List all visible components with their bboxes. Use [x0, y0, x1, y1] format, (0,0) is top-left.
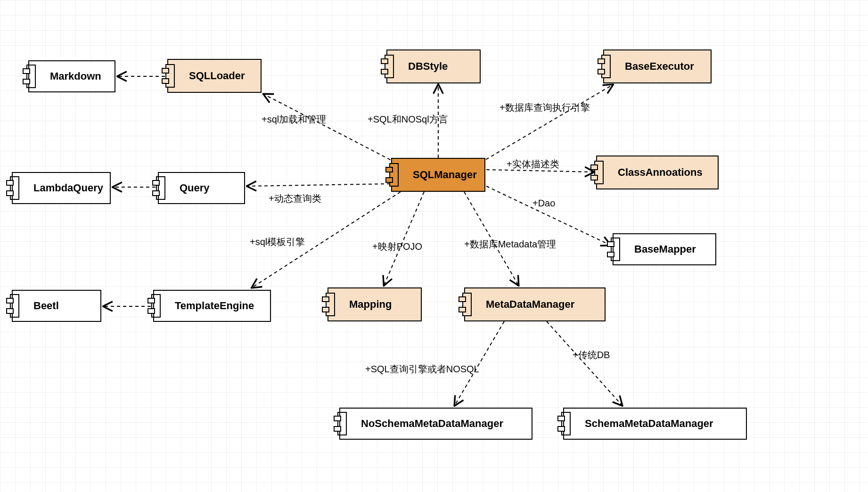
edge-label: +映射POJO [372, 240, 422, 253]
node-label: SchemaMetaDataManager [585, 418, 713, 430]
component-icon [459, 293, 472, 316]
edge-label: +sql模板引擎 [250, 236, 305, 248]
node-sqlloader[interactable]: SQLLoader [167, 59, 262, 93]
node-beetl[interactable]: Beetl [12, 290, 101, 322]
component-icon [607, 238, 620, 261]
node-label: DBStyle [408, 60, 448, 73]
node-dbstyle[interactable]: DBStyle [386, 49, 481, 83]
edge-label: +Dao [532, 198, 555, 209]
component-icon [147, 294, 161, 318]
edge-label: +sql加载和管理 [262, 113, 326, 126]
node-lambdaquery[interactable]: LambdaQuery [12, 172, 111, 204]
component-icon [598, 55, 611, 78]
edge-label: +数据库查询执行引擎 [500, 101, 590, 114]
node-label: Markdown [50, 70, 101, 82]
node-metadatamanager[interactable]: MetaDataManager [464, 287, 606, 321]
node-label: Mapping [349, 298, 392, 311]
node-sqlmanager[interactable]: SQLManager [391, 158, 485, 192]
component-icon [6, 294, 19, 318]
node-label: Query [180, 182, 210, 194]
node-label: ClassAnnoations [618, 166, 703, 179]
edge-label: +动态查询类 [269, 192, 321, 205]
node-label: Beetl [33, 300, 59, 312]
node-label: MetaDataManager [486, 298, 574, 311]
node-noschemamdm[interactable]: NoSchemaMetaDataManager [339, 408, 532, 440]
component-icon [381, 55, 394, 78]
node-label: SQLManager [413, 169, 477, 181]
node-basemapper[interactable]: BaseMapper [613, 233, 716, 265]
node-markdown[interactable]: Markdown [28, 60, 115, 92]
component-icon [23, 65, 36, 88]
edge-label: +传统DB [573, 349, 610, 361]
node-templateengine[interactable]: TemplateEngine [153, 290, 271, 322]
component-icon [385, 163, 399, 187]
component-icon [322, 293, 335, 316]
node-query[interactable]: Query [158, 172, 245, 204]
node-label: NoSchemaMetaDataManager [361, 418, 503, 430]
edge-label: +SQL查询引擎或者NOSQL [365, 363, 479, 376]
node-schemamdm[interactable]: SchemaMetaDataManager [563, 408, 747, 440]
edge-label: +实体描述类 [507, 158, 559, 171]
node-label: SQLLoader [189, 70, 245, 82]
node-label: LambdaQuery [33, 182, 103, 194]
edge-label: +数据库Metadata管理 [464, 238, 556, 251]
node-label: BaseExecutor [625, 60, 694, 73]
node-label: TemplateEngine [175, 300, 254, 312]
node-classannotations[interactable]: ClassAnnoations [596, 156, 719, 189]
component-icon [557, 412, 571, 435]
node-mapping[interactable]: Mapping [328, 287, 422, 321]
component-icon [152, 176, 165, 200]
component-icon [162, 64, 175, 88]
node-baseexecutor[interactable]: BaseExecutor [603, 49, 712, 83]
component-icon [334, 412, 347, 435]
edge-label: +SQL和NOSql方言 [368, 113, 448, 126]
node-label: BaseMapper [634, 243, 696, 255]
component-icon [6, 176, 19, 200]
component-icon [590, 161, 604, 184]
